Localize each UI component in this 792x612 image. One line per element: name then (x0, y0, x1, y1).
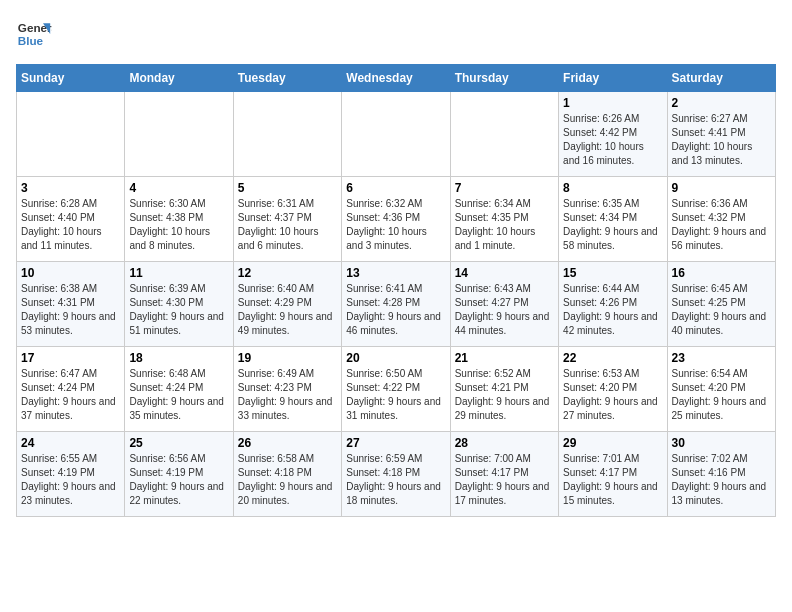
day-info: Sunrise: 6:55 AM Sunset: 4:19 PM Dayligh… (21, 452, 120, 508)
calendar-cell: 7Sunrise: 6:34 AM Sunset: 4:35 PM Daylig… (450, 177, 558, 262)
calendar-cell: 3Sunrise: 6:28 AM Sunset: 4:40 PM Daylig… (17, 177, 125, 262)
calendar-cell: 18Sunrise: 6:48 AM Sunset: 4:24 PM Dayli… (125, 347, 233, 432)
day-number: 19 (238, 351, 337, 365)
day-info: Sunrise: 6:40 AM Sunset: 4:29 PM Dayligh… (238, 282, 337, 338)
calendar-cell (125, 92, 233, 177)
calendar-cell: 16Sunrise: 6:45 AM Sunset: 4:25 PM Dayli… (667, 262, 775, 347)
day-number: 5 (238, 181, 337, 195)
calendar-cell: 11Sunrise: 6:39 AM Sunset: 4:30 PM Dayli… (125, 262, 233, 347)
day-info: Sunrise: 6:32 AM Sunset: 4:36 PM Dayligh… (346, 197, 445, 253)
day-info: Sunrise: 6:35 AM Sunset: 4:34 PM Dayligh… (563, 197, 662, 253)
day-info: Sunrise: 7:00 AM Sunset: 4:17 PM Dayligh… (455, 452, 554, 508)
logo: General Blue (16, 16, 52, 52)
day-info: Sunrise: 6:26 AM Sunset: 4:42 PM Dayligh… (563, 112, 662, 168)
day-info: Sunrise: 6:36 AM Sunset: 4:32 PM Dayligh… (672, 197, 771, 253)
calendar-cell: 13Sunrise: 6:41 AM Sunset: 4:28 PM Dayli… (342, 262, 450, 347)
calendar-cell: 30Sunrise: 7:02 AM Sunset: 4:16 PM Dayli… (667, 432, 775, 517)
calendar-cell: 29Sunrise: 7:01 AM Sunset: 4:17 PM Dayli… (559, 432, 667, 517)
day-number: 23 (672, 351, 771, 365)
day-number: 12 (238, 266, 337, 280)
weekday-header: Thursday (450, 65, 558, 92)
day-number: 9 (672, 181, 771, 195)
day-info: Sunrise: 6:34 AM Sunset: 4:35 PM Dayligh… (455, 197, 554, 253)
day-info: Sunrise: 6:47 AM Sunset: 4:24 PM Dayligh… (21, 367, 120, 423)
day-info: Sunrise: 6:50 AM Sunset: 4:22 PM Dayligh… (346, 367, 445, 423)
calendar-cell (342, 92, 450, 177)
weekday-header: Wednesday (342, 65, 450, 92)
calendar-cell (17, 92, 125, 177)
calendar-cell (450, 92, 558, 177)
day-number: 6 (346, 181, 445, 195)
svg-text:Blue: Blue (18, 34, 44, 47)
calendar-cell: 15Sunrise: 6:44 AM Sunset: 4:26 PM Dayli… (559, 262, 667, 347)
day-info: Sunrise: 6:38 AM Sunset: 4:31 PM Dayligh… (21, 282, 120, 338)
day-info: Sunrise: 6:27 AM Sunset: 4:41 PM Dayligh… (672, 112, 771, 168)
day-number: 25 (129, 436, 228, 450)
day-number: 27 (346, 436, 445, 450)
calendar-cell: 1Sunrise: 6:26 AM Sunset: 4:42 PM Daylig… (559, 92, 667, 177)
day-number: 10 (21, 266, 120, 280)
day-number: 7 (455, 181, 554, 195)
day-info: Sunrise: 6:58 AM Sunset: 4:18 PM Dayligh… (238, 452, 337, 508)
header: General Blue (16, 16, 776, 52)
calendar-cell: 24Sunrise: 6:55 AM Sunset: 4:19 PM Dayli… (17, 432, 125, 517)
calendar-cell: 8Sunrise: 6:35 AM Sunset: 4:34 PM Daylig… (559, 177, 667, 262)
calendar-header: SundayMondayTuesdayWednesdayThursdayFrid… (17, 65, 776, 92)
weekday-header: Saturday (667, 65, 775, 92)
day-info: Sunrise: 6:48 AM Sunset: 4:24 PM Dayligh… (129, 367, 228, 423)
day-number: 29 (563, 436, 662, 450)
day-number: 17 (21, 351, 120, 365)
day-number: 30 (672, 436, 771, 450)
calendar-cell: 6Sunrise: 6:32 AM Sunset: 4:36 PM Daylig… (342, 177, 450, 262)
calendar-cell: 4Sunrise: 6:30 AM Sunset: 4:38 PM Daylig… (125, 177, 233, 262)
calendar-cell: 14Sunrise: 6:43 AM Sunset: 4:27 PM Dayli… (450, 262, 558, 347)
day-number: 1 (563, 96, 662, 110)
day-number: 2 (672, 96, 771, 110)
day-number: 15 (563, 266, 662, 280)
day-number: 3 (21, 181, 120, 195)
calendar-cell: 19Sunrise: 6:49 AM Sunset: 4:23 PM Dayli… (233, 347, 341, 432)
calendar-cell: 9Sunrise: 6:36 AM Sunset: 4:32 PM Daylig… (667, 177, 775, 262)
logo-icon: General Blue (16, 16, 52, 52)
day-info: Sunrise: 7:01 AM Sunset: 4:17 PM Dayligh… (563, 452, 662, 508)
day-info: Sunrise: 6:54 AM Sunset: 4:20 PM Dayligh… (672, 367, 771, 423)
calendar-cell: 25Sunrise: 6:56 AM Sunset: 4:19 PM Dayli… (125, 432, 233, 517)
calendar-cell: 5Sunrise: 6:31 AM Sunset: 4:37 PM Daylig… (233, 177, 341, 262)
day-number: 16 (672, 266, 771, 280)
day-info: Sunrise: 6:44 AM Sunset: 4:26 PM Dayligh… (563, 282, 662, 338)
day-number: 13 (346, 266, 445, 280)
weekday-header: Sunday (17, 65, 125, 92)
calendar-cell: 17Sunrise: 6:47 AM Sunset: 4:24 PM Dayli… (17, 347, 125, 432)
day-number: 28 (455, 436, 554, 450)
calendar-body: 1Sunrise: 6:26 AM Sunset: 4:42 PM Daylig… (17, 92, 776, 517)
calendar-cell: 22Sunrise: 6:53 AM Sunset: 4:20 PM Dayli… (559, 347, 667, 432)
day-info: Sunrise: 6:52 AM Sunset: 4:21 PM Dayligh… (455, 367, 554, 423)
calendar-cell: 28Sunrise: 7:00 AM Sunset: 4:17 PM Dayli… (450, 432, 558, 517)
day-number: 14 (455, 266, 554, 280)
calendar-cell: 26Sunrise: 6:58 AM Sunset: 4:18 PM Dayli… (233, 432, 341, 517)
day-info: Sunrise: 6:41 AM Sunset: 4:28 PM Dayligh… (346, 282, 445, 338)
day-number: 21 (455, 351, 554, 365)
day-info: Sunrise: 6:39 AM Sunset: 4:30 PM Dayligh… (129, 282, 228, 338)
day-info: Sunrise: 6:59 AM Sunset: 4:18 PM Dayligh… (346, 452, 445, 508)
day-info: Sunrise: 6:56 AM Sunset: 4:19 PM Dayligh… (129, 452, 228, 508)
calendar-cell: 20Sunrise: 6:50 AM Sunset: 4:22 PM Dayli… (342, 347, 450, 432)
day-info: Sunrise: 6:28 AM Sunset: 4:40 PM Dayligh… (21, 197, 120, 253)
weekday-header: Friday (559, 65, 667, 92)
day-number: 22 (563, 351, 662, 365)
calendar-cell: 21Sunrise: 6:52 AM Sunset: 4:21 PM Dayli… (450, 347, 558, 432)
day-info: Sunrise: 6:53 AM Sunset: 4:20 PM Dayligh… (563, 367, 662, 423)
calendar-cell: 27Sunrise: 6:59 AM Sunset: 4:18 PM Dayli… (342, 432, 450, 517)
calendar-cell: 10Sunrise: 6:38 AM Sunset: 4:31 PM Dayli… (17, 262, 125, 347)
calendar-cell: 23Sunrise: 6:54 AM Sunset: 4:20 PM Dayli… (667, 347, 775, 432)
day-number: 11 (129, 266, 228, 280)
calendar-cell: 2Sunrise: 6:27 AM Sunset: 4:41 PM Daylig… (667, 92, 775, 177)
day-number: 20 (346, 351, 445, 365)
day-info: Sunrise: 7:02 AM Sunset: 4:16 PM Dayligh… (672, 452, 771, 508)
day-info: Sunrise: 6:49 AM Sunset: 4:23 PM Dayligh… (238, 367, 337, 423)
calendar-table: SundayMondayTuesdayWednesdayThursdayFrid… (16, 64, 776, 517)
calendar-cell (233, 92, 341, 177)
day-info: Sunrise: 6:31 AM Sunset: 4:37 PM Dayligh… (238, 197, 337, 253)
weekday-header: Tuesday (233, 65, 341, 92)
day-number: 4 (129, 181, 228, 195)
